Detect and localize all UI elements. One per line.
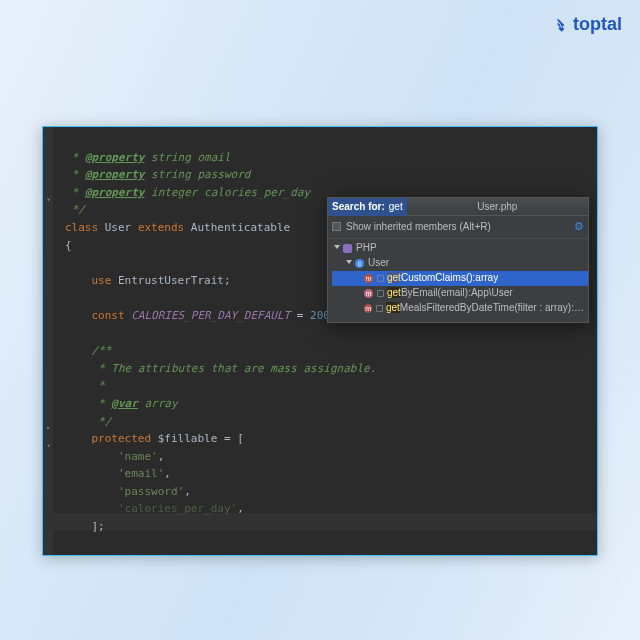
php-file-icon: [343, 244, 352, 253]
editor-gutter: [43, 127, 53, 555]
method-icon: m: [364, 289, 373, 298]
code-editor[interactable]: ▾ ▸ ▾ * @property string omail * @proper…: [42, 126, 598, 556]
lock-icon: [376, 305, 383, 312]
tree-method-getByEmail[interactable]: m getByEmail(email):App\User: [332, 286, 588, 301]
brand-name: toptal: [573, 14, 622, 35]
show-inherited-label: Show inherited members (Alt+R): [346, 219, 491, 235]
brand-watermark: toptal: [553, 14, 622, 35]
lock-icon: [377, 290, 384, 297]
class-icon: c: [355, 259, 364, 268]
chevron-down-icon[interactable]: [334, 245, 340, 249]
popup-header: Search for: get User.php: [328, 198, 588, 216]
search-term: get: [389, 199, 403, 215]
popup-filename: User.php: [407, 199, 588, 215]
structure-tree[interactable]: PHP c User m getCustomClaims():array m g…: [328, 239, 588, 322]
show-inherited-checkbox[interactable]: [332, 222, 341, 231]
chevron-down-icon[interactable]: [346, 260, 352, 264]
fold-marker[interactable]: ▸: [45, 425, 52, 432]
gear-icon[interactable]: ⚙: [574, 218, 584, 236]
code-area[interactable]: * @property string omail * @property str…: [53, 127, 597, 555]
lock-icon: [377, 275, 384, 282]
fold-marker[interactable]: ▾: [45, 443, 52, 450]
method-icon: m: [364, 304, 372, 313]
popup-toolbar: Show inherited members (Alt+R) ⚙: [328, 216, 588, 239]
search-field[interactable]: Search for: get: [328, 198, 407, 216]
structure-search-popup[interactable]: Search for: get User.php Show inherited …: [327, 197, 589, 323]
tree-method-getCustomClaims[interactable]: m getCustomClaims():array: [332, 271, 588, 286]
method-icon: m: [364, 274, 373, 283]
tree-node-root[interactable]: PHP: [332, 241, 588, 256]
fold-marker[interactable]: ▾: [45, 197, 52, 204]
toptal-icon: [553, 17, 569, 33]
search-label: Search for:: [332, 199, 385, 215]
tree-node-class[interactable]: c User: [332, 256, 588, 271]
tree-method-getMealsFilteredByDateTime[interactable]: m getMealsFilteredByDateTime(filter : ar…: [332, 301, 588, 316]
